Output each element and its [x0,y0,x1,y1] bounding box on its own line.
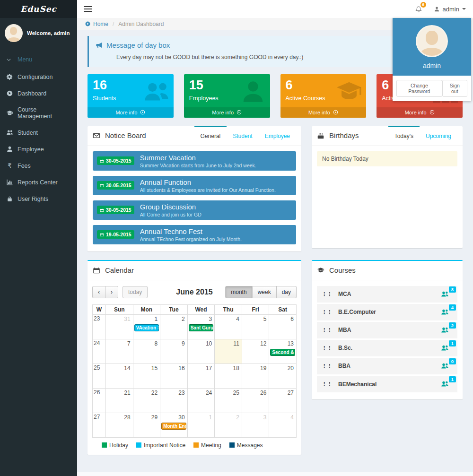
calendar-day-cell[interactable]: 1VAcation Star [133,314,160,339]
course-name: BEMechanical [338,381,377,388]
calendar-view-month[interactable]: month [225,286,252,298]
calendar-day-number: 1 [189,414,214,421]
course-row-b-e-computer[interactable]: ⋮⋮B.E.Computer4 [317,304,457,320]
sidebar-menu-header[interactable]: Menu [0,51,77,69]
course-students: 4 [441,308,453,316]
course-row-mca[interactable]: ⋮⋮MCA8 [317,286,457,303]
calendar-prev-button[interactable]: ‹ [92,286,105,298]
calendar-day-header: Sun [106,304,133,314]
drag-handle-icon[interactable]: ⋮⋮ [322,292,332,297]
calendar-day-cell[interactable]: 19 [242,363,269,388]
avatar [5,24,23,42]
stat-box-students: 16StudentsMore info [88,74,174,118]
sidebar-item-reports-center[interactable]: Reports Center [0,174,77,190]
app-logo[interactable]: EduSec [0,0,77,18]
tab-today-s[interactable]: Today's [388,126,420,145]
calendar-day-cell[interactable]: 27 [269,388,297,413]
more-info-link[interactable]: More info [184,107,270,118]
sidebar-item-student[interactable]: Student [0,124,77,141]
notice-title: Annual Function [140,178,276,186]
more-info-link[interactable]: More info [280,107,367,118]
calendar-day-cell[interactable]: 5 [242,314,269,339]
calendar-view-day[interactable]: day [277,286,297,298]
drag-handle-icon[interactable]: ⋮⋮ [322,381,332,387]
calendar-day-cell[interactable]: 25 [215,388,242,413]
notice-item[interactable]: 30-05-2015Annual FunctionAll students & … [93,176,296,195]
calendar-day-cell[interactable]: 28 [106,413,133,437]
users-icon [441,308,449,316]
arrow-circle-right-icon [333,110,338,115]
tab-employee[interactable]: Employee [259,126,296,145]
users-icon [441,362,449,370]
notifications-button[interactable]: 6 [409,0,429,18]
sign-out-button[interactable]: Sign out [442,80,467,97]
tab-general[interactable]: General [194,126,227,145]
notice-item[interactable]: 30-05-2015Summer VacationSummer VAcation… [93,151,296,171]
course-row-bemechanical[interactable]: ⋮⋮BEMechanical1 [317,376,457,392]
course-row-mba[interactable]: ⋮⋮MBA2 [317,322,457,338]
calendar-day-cell[interactable]: 2 [215,413,242,437]
calendar-day-cell[interactable]: 9 [160,339,188,363]
calendar-title: Calendar [93,266,134,274]
calendar-day-cell[interactable]: 31 [106,314,133,339]
notice-item[interactable]: 30-05-2015Group DiscussionAll Come and j… [93,200,296,220]
sidebar-item-user-rights[interactable]: User Rights [0,190,77,207]
course-row-bba[interactable]: ⋮⋮BBA0 [317,358,457,374]
calendar-day-cell[interactable]: 17 [187,363,215,388]
calendar-day-cell[interactable]: 22 [133,388,160,413]
calendar-day-cell[interactable]: 3Sant Guru Kab [187,314,215,339]
drag-handle-icon[interactable]: ⋮⋮ [322,346,332,351]
change-password-button[interactable]: Change Password [396,80,442,97]
more-info-link[interactable]: More info [377,107,463,118]
calendar-week-number: 23 [93,314,106,339]
calendar-day-cell[interactable]: 3 [242,413,269,437]
calendar-next-button[interactable]: › [105,286,118,298]
calendar-day-cell[interactable]: 4 [269,413,297,437]
calendar-day-cell[interactable]: 24 [187,388,215,413]
user-avatar-large [416,25,448,57]
calendar-day-cell[interactable]: 12 [242,339,269,363]
more-info-link[interactable]: More info [88,107,174,118]
sidebar-item-course-management[interactable]: Course Management [0,102,77,124]
course-row-b-sc[interactable]: ⋮⋮B.Sc.1 [317,340,457,356]
calendar-day-cell[interactable]: 23 [160,388,188,413]
calendar-day-cell[interactable]: 4 [215,314,242,339]
breadcrumb-home[interactable]: Home [85,21,108,27]
calendar-event[interactable]: VAcation Star [134,324,159,331]
calendar-day-cell[interactable]: 2 [160,314,188,339]
calendar-view-week[interactable]: week [253,286,277,298]
sidebar-item-fees[interactable]: ₹Fees [0,157,77,174]
calendar-day-cell[interactable]: 13Second & four [269,339,297,363]
sidebar-item-employee[interactable]: Employee [0,141,77,157]
calendar-event[interactable]: Second & four [270,349,295,356]
calendar-day-cell[interactable]: 15 [133,363,160,388]
calendar-day-cell[interactable]: 11 [215,339,242,363]
drag-handle-icon[interactable]: ⋮⋮ [322,310,332,315]
drag-handle-icon[interactable]: ⋮⋮ [322,363,332,369]
calendar-day-cell[interactable]: 10 [187,339,215,363]
sidebar-item-dashboard[interactable]: Dashboard [0,85,77,102]
calendar-day-cell[interactable]: 29 [133,413,160,437]
tab-upcoming[interactable]: Upcoming [420,126,457,145]
user-menu-button[interactable]: admin [429,0,473,18]
calendar-day-cell[interactable]: 1 [187,413,215,437]
calendar-today-button[interactable]: today [123,286,148,298]
calendar-day-cell[interactable]: 8 [133,339,160,363]
calendar-event[interactable]: Sant Guru Kab [189,324,214,331]
notice-item[interactable]: 19-05-2015Annual Techno FestAnnual TEchn… [93,225,296,244]
calendar-day-cell[interactable]: 6 [269,314,297,339]
gears-icon [6,73,13,80]
sidebar-toggle-button[interactable] [77,0,99,18]
tab-student[interactable]: Student [227,126,258,145]
calendar-day-cell[interactable]: 16 [160,363,188,388]
calendar-event[interactable]: Month End Me [161,423,186,430]
calendar-day-cell[interactable]: 21 [106,388,133,413]
sidebar-item-configuration[interactable]: Configuration [0,69,77,85]
calendar-day-cell[interactable]: 20 [269,363,297,388]
calendar-day-cell[interactable]: 18 [215,363,242,388]
calendar-day-cell[interactable]: 14 [106,363,133,388]
calendar-day-cell[interactable]: 30Month End Me [160,413,188,437]
calendar-day-cell[interactable]: 7 [106,339,133,363]
calendar-day-cell[interactable]: 26 [242,388,269,413]
drag-handle-icon[interactable]: ⋮⋮ [322,328,332,333]
